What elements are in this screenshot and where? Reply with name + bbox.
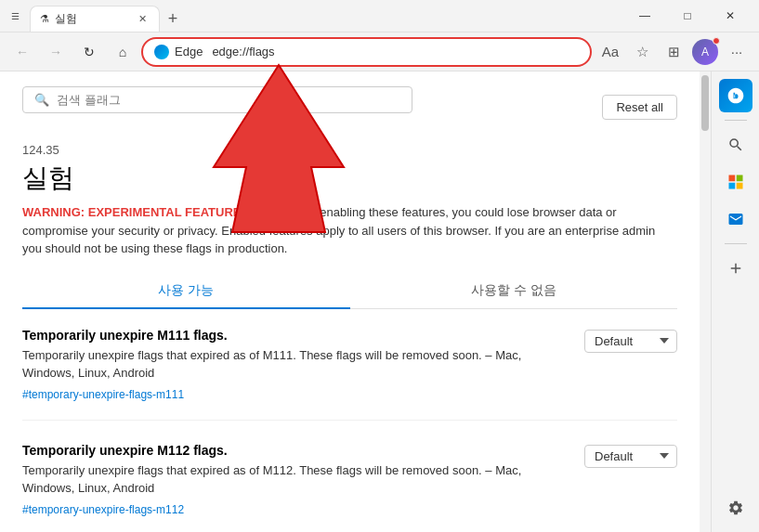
sidebar-outlook-button[interactable] <box>719 202 752 236</box>
edge-label: Edge <box>175 45 203 58</box>
window-controls-right: — □ ✕ <box>623 0 752 32</box>
favorites-button[interactable]: ☆ <box>627 37 657 67</box>
flag-link-m112[interactable]: #temporary-unexpire-flags-m112 <box>22 503 569 516</box>
browser-sidebar <box>711 71 759 532</box>
page-title: 실험 <box>22 161 677 196</box>
address-input-wrap[interactable]: Edge edge://flags <box>141 37 592 67</box>
svg-rect-1 <box>736 175 742 182</box>
flag-select-m111[interactable]: Default Enabled Disabled <box>584 330 677 353</box>
new-tab-button[interactable]: + <box>160 6 186 32</box>
bing-icon <box>726 86 745 105</box>
svg-rect-4 <box>728 214 742 225</box>
version-row: 124.35 <box>22 143 677 157</box>
tab-close-button[interactable]: ✕ <box>135 12 150 27</box>
sidebar-settings-button[interactable] <box>719 491 752 525</box>
sidebar-microsoft-button[interactable] <box>719 165 752 199</box>
tab-bar: ⚗ 실험 ✕ + <box>30 0 623 32</box>
address-url: edge://flags <box>212 45 579 58</box>
warning-bold-text: WARNING: EXPERIMENTAL FEATURES AHEAD! <box>22 205 299 219</box>
search-bar-icon: 🔍 <box>34 93 49 107</box>
search-icon <box>727 136 744 153</box>
reset-all-button[interactable]: Reset all <box>602 95 677 120</box>
minimize-button[interactable]: — <box>623 0 666 32</box>
flag-select-wrap-m112: Default Enabled Disabled <box>584 445 677 468</box>
add-icon <box>727 260 744 277</box>
maximize-button[interactable]: □ <box>666 0 709 32</box>
tab-favicon-icon: ⚗ <box>40 13 49 25</box>
flag-info-m111: Temporarily unexpire M111 flags. Tempora… <box>22 328 569 401</box>
version-label: 124.35 <box>22 143 59 157</box>
profile-avatar: A <box>692 39 718 65</box>
flag-desc-m111: Temporarily unexpire flags that expired … <box>22 346 569 383</box>
flag-title-m112: Temporarily unexpire M112 flags. <box>22 443 569 458</box>
flag-row-m111: Temporarily unexpire M111 flags. Tempora… <box>22 328 677 401</box>
settings-icon <box>727 500 744 516</box>
flag-row-m112: Temporarily unexpire M112 flags. Tempora… <box>22 443 677 516</box>
toolbar-icons: Aa ☆ ⊞ A ··· <box>595 37 752 67</box>
collections-button[interactable]: ⊞ <box>659 37 688 67</box>
active-tab[interactable]: ⚗ 실험 ✕ <box>30 6 160 32</box>
flag-desc-m112: Temporarily unexpire flags that expired … <box>22 461 569 498</box>
back-button[interactable]: ← <box>7 37 37 67</box>
sidebar-toggle-button[interactable]: ☰ <box>7 8 22 23</box>
main-content: 🔍 Reset all 124.35 실험 WARNING: EXPERIMEN… <box>0 71 700 532</box>
title-bar: ☰ ⚗ 실험 ✕ + — □ ✕ <box>0 0 759 32</box>
sidebar-separator-1 <box>725 120 747 121</box>
flag-item-m111: Temporarily unexpire M111 flags. Tempora… <box>22 328 677 421</box>
flag-item-m112: Temporarily unexpire M112 flags. Tempora… <box>22 443 677 533</box>
flag-link-m111[interactable]: #temporary-unexpire-flags-m111 <box>22 388 569 401</box>
read-aloud-button[interactable]: Aa <box>595 37 625 67</box>
home-button[interactable]: ⌂ <box>108 37 137 67</box>
content-tabs: 사용 가능 사용할 수 없음 <box>22 273 677 309</box>
flag-select-wrap-m111: Default Enabled Disabled <box>584 330 677 353</box>
flag-title-m111: Temporarily unexpire M111 flags. <box>22 328 569 343</box>
profile-notification-dot <box>713 37 720 45</box>
window-controls-left: ☰ <box>7 8 22 23</box>
flag-info-m112: Temporarily unexpire M112 flags. Tempora… <box>22 443 569 516</box>
microsoft-icon <box>727 174 744 190</box>
warning-text: WARNING: EXPERIMENTAL FEATURES AHEAD! By… <box>22 203 677 258</box>
sidebar-separator-2 <box>725 243 747 244</box>
scrollbar-track[interactable] <box>700 71 711 532</box>
tab-title-label: 실험 <box>55 11 129 27</box>
close-button[interactable]: ✕ <box>709 0 752 32</box>
scrollbar-thumb[interactable] <box>701 75 709 131</box>
edge-logo-icon <box>154 45 169 59</box>
svg-rect-0 <box>728 175 735 182</box>
search-bar[interactable]: 🔍 <box>22 86 412 113</box>
search-input[interactable] <box>57 93 400 107</box>
sidebar-bing-button[interactable] <box>719 79 752 112</box>
sidebar-add-button[interactable] <box>719 252 752 285</box>
more-button[interactable]: ··· <box>722 37 752 67</box>
svg-rect-3 <box>736 183 742 189</box>
tab-unavailable[interactable]: 사용할 수 없음 <box>350 273 678 308</box>
refresh-button[interactable]: ↻ <box>74 37 104 67</box>
sidebar-search-button[interactable] <box>719 128 752 162</box>
outlook-icon <box>727 211 744 227</box>
profile-button[interactable]: A <box>690 37 720 67</box>
svg-rect-2 <box>728 183 735 189</box>
flag-select-m112[interactable]: Default Enabled Disabled <box>584 445 677 468</box>
address-bar: ← → ↻ ⌂ Edge edge://flags Aa ☆ ⊞ A ··· <box>0 32 759 71</box>
tab-available[interactable]: 사용 가능 <box>22 273 350 308</box>
sidebar-bottom <box>719 491 752 525</box>
forward-button[interactable]: → <box>41 37 71 67</box>
